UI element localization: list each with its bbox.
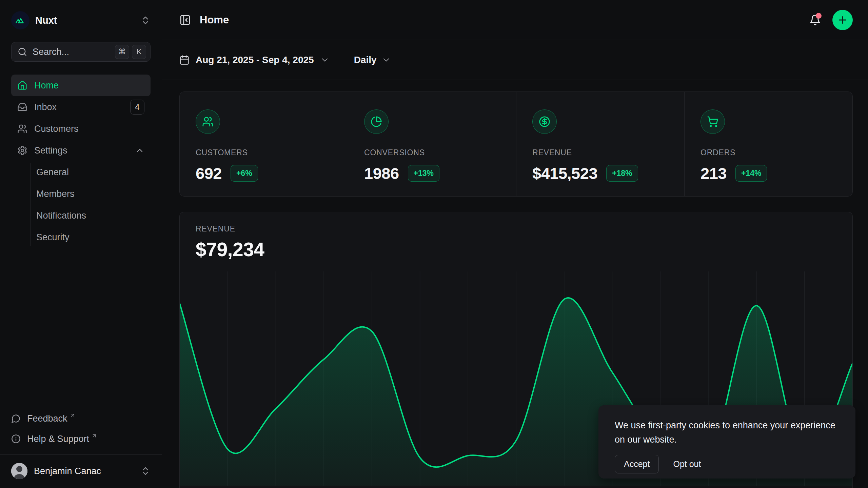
search-input[interactable] [33,47,112,57]
subitem-label: Notifications [36,210,86,221]
sidebar-item-label: Settings [34,145,67,156]
workspace-selector[interactable]: Nuxt [11,9,151,31]
inbox-count-badge: 4 [130,100,144,115]
granularity-select[interactable]: Daily [354,55,391,65]
subitem-label: General [36,167,69,178]
chat-bubble-icon [11,414,21,423]
page-header: Home [162,0,868,40]
feedback-label: Feedback [27,413,67,424]
filters-toolbar: Aug 21, 2025 - Sep 4, 2025 Daily [162,40,868,80]
stat-value: 1986 [364,164,399,183]
search-icon [18,47,27,57]
sidebar-item-home[interactable]: Home [11,75,151,96]
cookie-banner: We use first-party cookies to enhance yo… [598,405,855,479]
stat-label: REVENUE [532,148,674,157]
sidebar-spacer [11,248,151,408]
page-title: Home [200,14,229,26]
sidebar-subitem-members[interactable]: Members [36,183,151,205]
date-range-label: Aug 21, 2025 - Sep 4, 2025 [196,55,314,65]
avatar [11,463,27,479]
kbd-k: K [132,45,146,59]
workspace-name: Nuxt [35,15,57,26]
search-input-wrap[interactable]: ⌘ K [11,42,151,62]
stat-label: CUSTOMERS [196,148,338,157]
sidebar-item-label: Inbox [34,102,57,113]
chevron-down-icon [381,55,391,65]
sidebar-subitem-general[interactable]: General [36,161,151,183]
home-icon [17,80,27,90]
help-support-link[interactable]: Help & Support [11,429,151,449]
settings-subnav: General Members Notifications Security [11,161,151,248]
opt-out-button[interactable]: Opt out [673,459,701,469]
stat-delta-badge: +6% [231,165,258,182]
user-name: Benjamin Canac [34,466,101,476]
granularity-label: Daily [354,55,377,65]
chevrons-up-down-icon [140,466,151,476]
sidebar-item-settings[interactable]: Settings [11,140,151,161]
sidebar-item-label: Home [34,80,59,91]
gear-icon [17,145,27,156]
stat-value: 692 [196,164,222,183]
external-link-icon [91,433,97,439]
revenue-card-value: $79,234 [196,238,852,261]
user-menu[interactable]: Benjamin Canac [11,455,151,487]
subitem-label: Members [36,189,75,199]
chevron-up-icon [135,146,144,155]
date-range-picker[interactable]: Aug 21, 2025 - Sep 4, 2025 [179,55,330,65]
accept-button[interactable]: Accept [615,455,659,473]
revenue-card-label: REVENUE [196,224,852,233]
feedback-link[interactable]: Feedback [11,408,151,429]
stat-orders[interactable]: ORDERS 213 +14% [684,92,852,196]
collapse-sidebar-icon[interactable] [179,14,191,26]
add-button[interactable] [832,10,853,30]
pie-chart-icon [364,109,389,134]
stat-revenue[interactable]: REVENUE $415,523 +18% [516,92,684,196]
sidebar-item-label: Customers [34,124,79,134]
notifications-button[interactable] [809,14,821,26]
sidebar: Nuxt ⌘ K Home Inb [0,0,162,488]
sidebar-item-inbox[interactable]: Inbox 4 [11,96,151,118]
users-icon [17,124,27,134]
sidebar-footer: Feedback Help & Support [11,408,151,488]
sidebar-subitem-security[interactable]: Security [36,226,151,248]
external-link-icon [70,412,76,419]
chevrons-up-down-icon [140,15,151,25]
calendar-icon [179,55,190,65]
info-circle-icon [11,434,21,444]
sidebar-item-customers[interactable]: Customers [11,118,151,140]
stat-conversions[interactable]: CONVERSIONS 1986 +13% [348,92,516,196]
nuxt-logo-icon [11,11,29,29]
stat-delta-badge: +13% [408,165,439,182]
sidebar-nav: Home Inbox 4 Customers Settings [11,75,151,248]
kbd-meta: ⌘ [115,45,129,59]
cookie-message: We use first-party cookies to enhance yo… [615,418,839,447]
stat-customers[interactable]: CUSTOMERS 692 +6% [180,92,348,196]
stats-card: CUSTOMERS 692 +6% CONVERSIONS 1986 +13% [179,92,853,197]
stat-label: ORDERS [701,148,842,157]
stat-value: 213 [701,164,727,183]
users-icon [196,109,220,134]
dollar-circle-icon [532,109,557,134]
stat-delta-badge: +14% [735,165,767,182]
stat-value: $415,523 [532,164,597,183]
stat-label: CONVERSIONS [364,148,506,157]
shopping-cart-icon [701,109,725,134]
subitem-label: Security [36,232,70,243]
inbox-icon [17,102,27,112]
help-support-label: Help & Support [27,434,89,444]
notification-dot [816,13,822,19]
chevron-down-icon [320,55,330,65]
sidebar-subitem-notifications[interactable]: Notifications [36,205,151,226]
stat-delta-badge: +18% [606,165,638,182]
